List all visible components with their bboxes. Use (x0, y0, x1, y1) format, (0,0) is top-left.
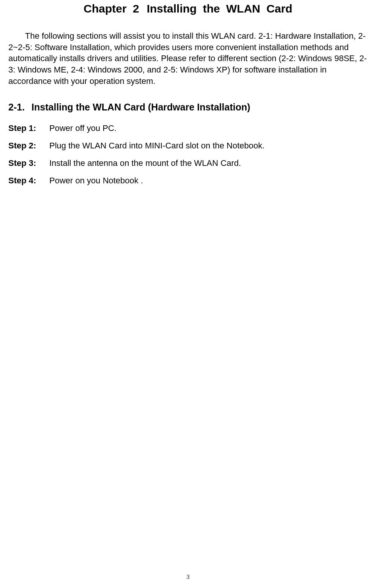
step-label: Step 3: (8, 158, 49, 168)
step-row: Step 3: Install the antenna on the mount… (8, 158, 368, 168)
section-heading: 2-1.Installing the WLAN Card (Hardware I… (8, 102, 368, 113)
chapter-name: Installing the WLAN Card (147, 2, 293, 15)
step-text: Plug the WLAN Card into MINI-Card slot o… (49, 141, 368, 151)
section-title: Installing the WLAN Card (Hardware Insta… (31, 102, 250, 112)
step-row: Step 2: Plug the WLAN Card into MINI-Car… (8, 141, 368, 151)
step-text: Install the antenna on the mount of the … (49, 158, 368, 168)
section-number: 2-1. (8, 102, 25, 112)
page-number: 3 (0, 574, 376, 580)
step-label: Step 1: (8, 123, 49, 133)
step-label: Step 4: (8, 176, 49, 186)
chapter-title: Chapter 2Installing the WLAN Card (8, 2, 368, 15)
step-row: Step 4: Power on you Notebook . (8, 176, 368, 186)
chapter-label: Chapter 2 (83, 2, 139, 15)
step-text: Power on you Notebook . (49, 176, 368, 186)
step-label: Step 2: (8, 141, 49, 151)
step-text: Power off you PC. (49, 123, 368, 133)
intro-paragraph: The following sections will assist you t… (8, 30, 368, 87)
step-row: Step 1: Power off you PC. (8, 123, 368, 133)
